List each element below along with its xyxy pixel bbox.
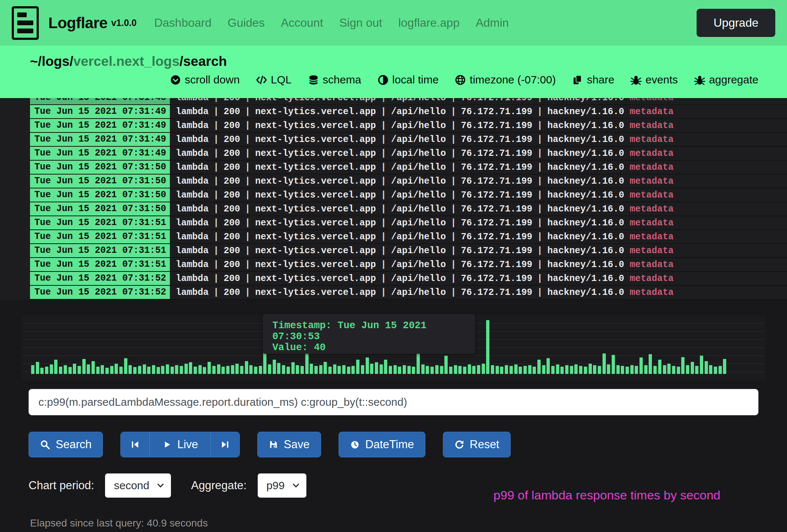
search-button[interactable]: Search [29,432,103,457]
chart-bar[interactable] [194,367,197,374]
chart-bar[interactable] [78,366,81,374]
chart-bar[interactable] [570,366,573,374]
toolbar-item-share[interactable]: share [572,74,614,86]
log-timestamp[interactable]: Tue Jun 15 2021 07:31:52 [30,272,170,285]
chart-bar[interactable] [681,357,685,374]
toolbar-item-scroll-down[interactable]: scroll down [170,74,240,86]
chart-bar[interactable] [203,367,206,374]
chart-bar[interactable] [166,364,169,374]
reset-button[interactable]: Reset [443,432,511,457]
chart-bar[interactable] [319,365,322,374]
log-timestamp[interactable]: Tue Jun 15 2021 07:31:51 [30,230,170,243]
chart-bar[interactable] [533,367,536,374]
chart-bar[interactable] [672,366,675,374]
chart-bar[interactable] [50,364,53,374]
chart-bar[interactable] [486,320,489,374]
chart-bar[interactable] [514,364,518,374]
chart-bar[interactable] [268,364,271,374]
chart-bar[interactable] [482,364,485,374]
chart-bar[interactable] [626,367,629,374]
toolbar-item-aggregate[interactable]: aggregate [694,74,758,86]
chart-bar[interactable] [366,357,369,374]
chart-bar[interactable] [249,365,253,374]
chart-bar[interactable] [101,365,104,374]
toolbar-item-local-time[interactable]: local time [377,74,439,86]
search-input[interactable] [29,389,758,415]
chart-bar[interactable] [324,362,327,374]
chart-bar[interactable] [310,364,313,374]
metadata-link[interactable]: metadata [630,134,674,145]
chart-bar[interactable] [31,365,34,374]
chart-bar[interactable] [333,364,336,374]
chart-bar[interactable] [472,366,475,374]
chart-bar[interactable] [500,367,503,374]
log-timestamp[interactable]: Tue Jun 15 2021 07:31:49 [30,105,170,118]
chart-bar[interactable] [110,366,113,374]
chart-bar[interactable] [105,368,109,374]
chart-bar[interactable] [147,367,150,374]
log-timestamp[interactable]: Tue Jun 15 2021 07:31:48 [30,98,170,104]
toolbar-item-schema[interactable]: schema [308,74,361,86]
chart-bar[interactable] [653,366,657,374]
chart-bar[interactable] [719,366,722,374]
chart-bar[interactable] [128,365,132,374]
chart-bar[interactable] [73,364,76,374]
chart-bar[interactable] [547,358,550,374]
chart-bar[interactable] [496,366,499,374]
log-timestamp[interactable]: Tue Jun 15 2021 07:31:51 [30,216,170,229]
chart-bar[interactable] [644,365,648,374]
chart-bar[interactable] [440,366,443,374]
chart-bar[interactable] [263,353,266,374]
nav-guides[interactable]: Guides [228,16,265,30]
metadata-link[interactable]: metadata [630,120,674,131]
chart-bar[interactable] [603,353,606,374]
chart-bar[interactable] [226,366,230,374]
chart-bar[interactable] [133,367,137,374]
chart-bar[interactable] [282,365,285,374]
chart-bar[interactable] [649,354,652,374]
metadata-link[interactable]: metadata [630,106,674,117]
chart-bar[interactable] [115,364,118,374]
chart-bar[interactable] [510,366,513,374]
chart-bar[interactable] [468,364,471,374]
chart-bar[interactable] [36,362,39,374]
chart-bar[interactable] [463,367,466,374]
chart-bar[interactable] [426,366,429,374]
chart-bar[interactable] [96,367,100,374]
chart-bar[interactable] [621,366,624,374]
chart-bar[interactable] [444,356,448,374]
metadata-link[interactable]: metadata [630,204,674,214]
chart-period-select[interactable]: second [105,473,171,498]
chart-bar[interactable] [45,367,48,374]
chart-bar[interactable] [519,367,522,374]
chart-bar[interactable] [384,360,387,374]
chart-bar[interactable] [87,364,90,374]
chart-bar[interactable] [403,365,406,374]
chart-bar[interactable] [328,367,332,374]
chart-bar[interactable] [119,367,123,374]
chart-bar[interactable] [417,353,420,374]
log-volume-chart[interactable]: Timestamp: Tue Jun 15 2021 07:30:53 Valu… [22,315,765,381]
chart-bar[interactable] [361,365,364,374]
chart-bar[interactable] [375,362,378,374]
chart-bar[interactable] [175,365,178,374]
nav-logflare-app[interactable]: logflare.app [398,16,459,30]
chart-bar[interactable] [695,366,698,374]
chart-bar[interactable] [138,366,141,374]
log-timestamp[interactable]: Tue Jun 15 2021 07:31:49 [30,119,170,132]
chart-bar[interactable] [700,356,703,374]
chart-bar[interactable] [593,365,596,374]
chart-bar[interactable] [686,365,689,374]
log-timestamp[interactable]: Tue Jun 15 2021 07:31:50 [30,202,170,216]
chart-bar[interactable] [709,365,712,374]
chart-bar[interactable] [612,355,615,374]
metadata-link[interactable]: metadata [630,259,674,270]
toolbar-item-timezone[interactable]: timezone (-07:00) [455,74,556,86]
chart-bar[interactable] [337,366,341,374]
metadata-link[interactable]: metadata [630,162,674,173]
chart-bar[interactable] [380,364,383,374]
chart-bar[interactable] [54,360,57,374]
chart-bar[interactable] [124,358,127,374]
metadata-link[interactable]: metadata [630,232,674,242]
chart-bar[interactable] [235,364,239,374]
